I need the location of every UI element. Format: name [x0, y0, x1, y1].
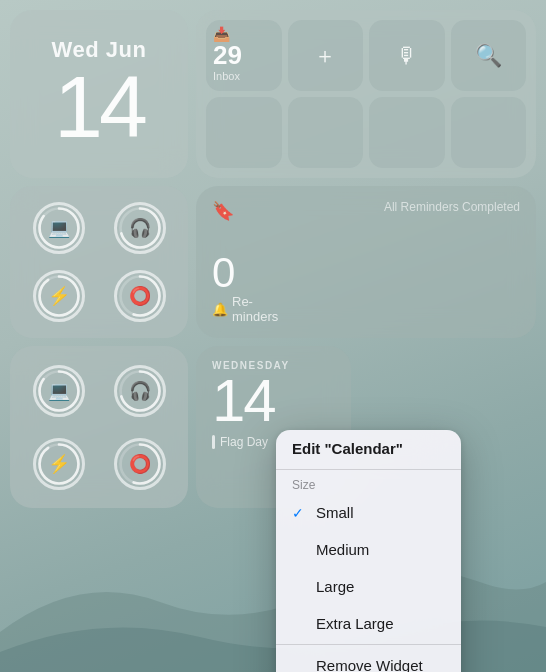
- laptop-icon: 💻: [48, 217, 70, 239]
- laptop-icon-2: 💻: [48, 380, 70, 402]
- battery-circle-case: ⭕: [114, 270, 166, 322]
- case-icon: ⭕: [129, 285, 151, 307]
- case-icon-2: ⭕: [129, 453, 151, 475]
- empty-cell-3[interactable]: [369, 97, 445, 168]
- size-large-item[interactable]: Large: [276, 568, 461, 605]
- microphone-icon: 🎙: [396, 43, 418, 69]
- headphones-icon-2: 🎧: [129, 380, 151, 402]
- edit-calendar-label: Edit "Calendar": [292, 440, 403, 457]
- empty-cell-2[interactable]: [288, 97, 364, 168]
- battery-item-headphones-2: 🎧: [103, 358, 176, 423]
- edit-calendar-menu-item[interactable]: Edit "Calendar": [276, 430, 461, 467]
- checkmark-small: ✓: [292, 505, 308, 521]
- battery-circle-laptop: 💻: [33, 202, 85, 254]
- row-2: 💻 🎧: [10, 186, 536, 338]
- size-extra-large-label: Extra Large: [316, 615, 394, 632]
- battery-circle-airpods: ⚡: [33, 270, 85, 322]
- inbox-label: Inbox: [213, 70, 240, 82]
- battery-item-airpods-2: ⚡: [22, 431, 95, 496]
- battery-item-laptop: 💻: [22, 198, 95, 258]
- reminders-label-row: 🔔 Re-minders: [212, 294, 520, 324]
- battery-circle-headphones: 🎧: [114, 202, 166, 254]
- reminders-status: All Reminders Completed: [384, 200, 520, 214]
- event-name: Flag Day: [220, 435, 268, 449]
- battery-widget-bottom[interactable]: 💻 🎧: [10, 346, 188, 508]
- battery-item-case: ⭕: [103, 266, 176, 326]
- battery-item-case-2: ⭕: [103, 431, 176, 496]
- airpods-icon: ⚡: [48, 285, 70, 307]
- battery-circle-laptop-2: 💻: [33, 365, 85, 417]
- remove-widget-label: Remove Widget: [316, 657, 423, 672]
- calendar-widget-large[interactable]: Wed Jun 14: [10, 10, 188, 178]
- reminders-emoji: 🔔: [212, 302, 228, 317]
- inbox-cell[interactable]: 📥 29 Inbox: [206, 20, 282, 91]
- size-section-label: Size: [276, 472, 461, 494]
- battery-circle-headphones-2: 🎧: [114, 365, 166, 417]
- bookmark-icon: 🔖: [212, 200, 234, 222]
- menu-divider-2: [276, 644, 461, 645]
- control-center-grid: 📥 29 Inbox ＋ 🎙 🔍: [196, 10, 536, 178]
- remove-widget-item[interactable]: Remove Widget: [276, 647, 461, 672]
- battery-item-airpods: ⚡: [22, 266, 95, 326]
- battery-circle-airpods-2: ⚡: [33, 438, 85, 490]
- row-1: Wed Jun 14 📥 29 Inbox ＋ 🎙 🔍: [10, 10, 536, 178]
- size-small-label: Small: [316, 504, 354, 521]
- context-menu: Edit "Calendar" Size ✓ Small Medium Larg…: [276, 430, 461, 672]
- reminders-name: Re-minders: [232, 294, 278, 324]
- calendar-date-large: 14: [54, 63, 144, 151]
- empty-cell-1[interactable]: [206, 97, 282, 168]
- size-small-item[interactable]: ✓ Small: [276, 494, 461, 531]
- airpods-icon-2: ⚡: [48, 453, 70, 475]
- add-control-cell[interactable]: ＋: [288, 20, 364, 91]
- plus-icon: ＋: [314, 41, 336, 71]
- menu-divider-1: [276, 469, 461, 470]
- headphones-icon: 🎧: [129, 217, 151, 239]
- search-icon: 🔍: [475, 43, 502, 69]
- battery-circle-case-2: ⭕: [114, 438, 166, 490]
- battery-item-headphones: 🎧: [103, 198, 176, 258]
- size-large-label: Large: [316, 578, 354, 595]
- inbox-count: 29: [213, 42, 242, 68]
- empty-cell-4[interactable]: [451, 97, 527, 168]
- size-medium-label: Medium: [316, 541, 369, 558]
- calendar-date-small: 14: [212, 371, 335, 431]
- widgets-container: Wed Jun 14 📥 29 Inbox ＋ 🎙 🔍: [10, 10, 536, 508]
- reminders-count: 0: [212, 252, 520, 294]
- search-control-cell[interactable]: 🔍: [451, 20, 527, 91]
- size-medium-item[interactable]: Medium: [276, 531, 461, 568]
- reminders-widget[interactable]: 🔖 All Reminders Completed 0 🔔 Re-minders: [196, 186, 536, 338]
- microphone-control-cell[interactable]: 🎙: [369, 20, 445, 91]
- battery-item-laptop-2: 💻: [22, 358, 95, 423]
- battery-widget-top[interactable]: 💻 🎧: [10, 186, 188, 338]
- size-extra-large-item[interactable]: Extra Large: [276, 605, 461, 642]
- event-line: [212, 435, 215, 449]
